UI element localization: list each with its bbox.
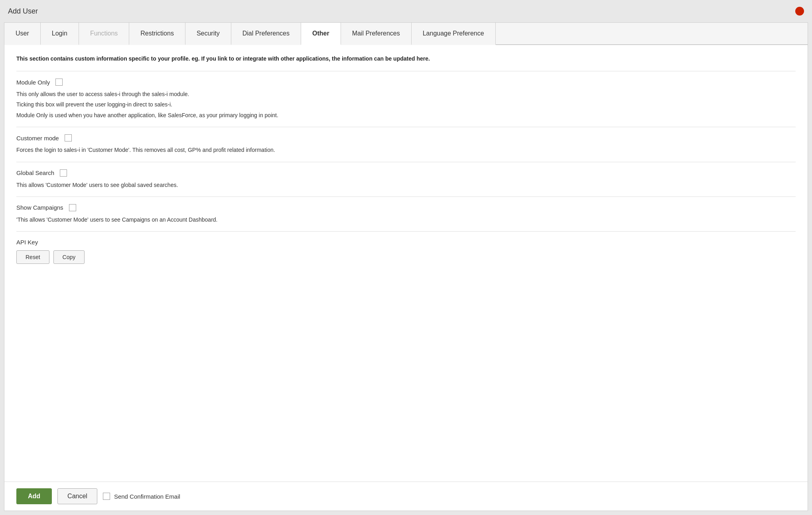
global-search-desc: This allows 'Customer Mode' users to see… xyxy=(16,181,796,189)
tab-functions[interactable]: Functions xyxy=(79,23,129,45)
customer-mode-checkbox[interactable] xyxy=(65,134,72,142)
send-confirmation-label: Send Confirmation Email xyxy=(114,493,180,500)
module-only-desc3: Module Only is used when you have anothe… xyxy=(16,111,796,120)
window: Add User User Login Functions Restrictio… xyxy=(0,0,812,515)
tab-bar: User Login Functions Restrictions Securi… xyxy=(4,23,808,45)
module-only-label: Module Only xyxy=(16,79,50,86)
show-campaigns-desc: 'This allows 'Customer Mode' users to se… xyxy=(16,215,796,224)
global-search-checkbox[interactable] xyxy=(60,169,67,177)
customer-mode-desc: Forces the login to sales-i in 'Customer… xyxy=(16,145,796,154)
global-search-row: Global Search xyxy=(16,169,796,177)
tab-login[interactable]: Login xyxy=(41,23,79,45)
tab-security[interactable]: Security xyxy=(185,23,231,45)
send-confirmation-row: Send Confirmation Email xyxy=(103,493,180,500)
module-only-desc2: Ticking this box will prevent the user l… xyxy=(16,100,796,109)
show-campaigns-checkbox[interactable] xyxy=(69,204,76,211)
close-button[interactable] xyxy=(795,7,804,16)
module-only-desc1: This only allows the user to access sale… xyxy=(16,90,796,98)
global-search-label: Global Search xyxy=(16,169,54,176)
api-key-section: API Key Reset Copy xyxy=(16,239,796,264)
divider-4 xyxy=(16,197,796,197)
module-only-row: Module Only xyxy=(16,79,796,86)
customer-mode-row: Customer mode xyxy=(16,134,796,142)
title-bar: Add User xyxy=(0,0,812,22)
tab-restrictions[interactable]: Restrictions xyxy=(129,23,185,45)
add-button[interactable]: Add xyxy=(16,488,52,504)
divider-3 xyxy=(16,162,796,162)
show-campaigns-label: Show Campaigns xyxy=(16,204,63,211)
api-key-label: API Key xyxy=(16,239,796,246)
main-content: User Login Functions Restrictions Securi… xyxy=(4,22,808,511)
divider-1 xyxy=(16,71,796,71)
divider-2 xyxy=(16,127,796,127)
tab-dial-preferences[interactable]: Dial Preferences xyxy=(231,23,301,45)
show-campaigns-row: Show Campaigns xyxy=(16,204,796,211)
tab-other[interactable]: Other xyxy=(301,23,341,45)
tab-mail-preferences[interactable]: Mail Preferences xyxy=(341,23,412,45)
cancel-button[interactable]: Cancel xyxy=(57,488,97,504)
reset-button[interactable]: Reset xyxy=(16,250,49,264)
content-area: This section contains custom information… xyxy=(4,45,808,482)
page-title: Add User xyxy=(8,7,38,16)
module-only-checkbox[interactable] xyxy=(55,79,63,86)
send-confirmation-checkbox[interactable] xyxy=(103,493,110,500)
tab-user[interactable]: User xyxy=(4,23,41,45)
api-key-btn-row: Reset Copy xyxy=(16,250,796,264)
customer-mode-label: Customer mode xyxy=(16,135,59,142)
copy-button[interactable]: Copy xyxy=(53,250,85,264)
divider-5 xyxy=(16,231,796,232)
tab-language-preference[interactable]: Language Preference xyxy=(412,23,496,45)
info-text: This section contains custom information… xyxy=(16,55,796,63)
footer: Add Cancel Send Confirmation Email xyxy=(4,482,808,511)
